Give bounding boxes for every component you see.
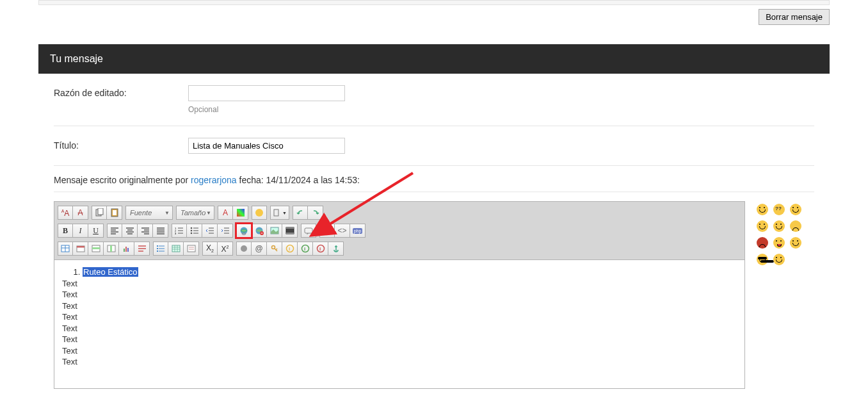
- original-message-info: Mensaje escrito originalmente por rogera…: [54, 166, 814, 192]
- emoji-smile-icon[interactable]: [773, 254, 785, 265]
- emoji-smile-icon[interactable]: [790, 237, 801, 249]
- superscript-button[interactable]: X2: [218, 242, 233, 256]
- info-yellow-icon[interactable]: i: [282, 242, 298, 256]
- svg-rect-29: [125, 247, 127, 252]
- content-line: Text: [62, 289, 737, 300]
- form-button[interactable]: [184, 242, 199, 256]
- bg-color-icon[interactable]: A: [73, 206, 88, 220]
- bold-button[interactable]: B: [58, 224, 73, 238]
- title-input[interactable]: [188, 138, 345, 154]
- key-icon[interactable]: [267, 242, 282, 256]
- emoji-smile-icon[interactable]: [773, 220, 785, 232]
- title-label: Título:: [54, 138, 188, 151]
- copy-button[interactable]: [92, 206, 107, 220]
- svg-rect-20: [305, 228, 312, 233]
- hash-button[interactable]: #: [319, 224, 335, 238]
- svg-rect-31: [157, 245, 158, 247]
- color-swatch-icon[interactable]: [233, 206, 248, 220]
- subscript-button[interactable]: X2: [202, 242, 218, 256]
- rich-text-editor: AA A Fuente Tamaño A: [54, 201, 745, 389]
- emoji-angry-icon[interactable]: [757, 237, 768, 249]
- outdent-button[interactable]: [202, 224, 218, 238]
- insert-row-button[interactable]: [88, 242, 104, 256]
- underline-button[interactable]: U: [88, 224, 104, 238]
- svg-rect-4: [113, 210, 117, 215]
- content-line: Text: [62, 345, 737, 357]
- calendar-button[interactable]: [73, 242, 88, 256]
- table-button[interactable]: [58, 242, 73, 256]
- align-left-button[interactable]: [107, 224, 122, 238]
- list-item: Ruteo Estático: [83, 267, 737, 278]
- svg-rect-32: [157, 248, 158, 249]
- list-icon-button[interactable]: [153, 242, 168, 256]
- code-button[interactable]: <>: [335, 224, 350, 238]
- svg-point-37: [271, 246, 275, 249]
- info-green-icon[interactable]: i: [298, 242, 313, 256]
- insert-col-button[interactable]: [104, 242, 119, 256]
- svg-rect-34: [172, 245, 180, 252]
- emoji-sad-icon[interactable]: [790, 220, 801, 232]
- svg-text:3: 3: [175, 232, 177, 234]
- emoji-question-icon[interactable]: [773, 204, 785, 215]
- insert-video-button[interactable]: [282, 224, 298, 238]
- svg-rect-33: [157, 250, 158, 252]
- align-center-button[interactable]: [122, 224, 138, 238]
- italic-button[interactable]: I: [73, 224, 88, 238]
- font-color-picker-icon[interactable]: A: [218, 206, 233, 220]
- content-line: Text: [62, 334, 737, 345]
- indent-button[interactable]: [218, 224, 233, 238]
- paste-button[interactable]: [107, 206, 122, 220]
- svg-rect-25: [92, 247, 100, 249]
- attachment-button[interactable]: ▼: [270, 206, 289, 220]
- svg-text:i: i: [319, 246, 321, 252]
- edit-reason-helper: Opcional: [188, 105, 814, 114]
- svg-rect-23: [77, 246, 84, 248]
- content-line: Text: [62, 311, 737, 323]
- content-line: Text: [62, 323, 737, 334]
- unordered-list-button[interactable]: [187, 224, 202, 238]
- quote-button[interactable]: [301, 224, 316, 238]
- content-line: Text: [62, 300, 737, 312]
- editor-content-area[interactable]: Ruteo Estático TextTextTextTextTextTextT…: [54, 260, 744, 388]
- svg-rect-5: [274, 209, 278, 216]
- font-select[interactable]: Fuente: [125, 206, 173, 220]
- svg-point-10: [190, 230, 192, 232]
- info-red-icon[interactable]: i: [313, 242, 328, 256]
- redo-button[interactable]: [308, 206, 323, 220]
- svg-rect-28: [124, 249, 125, 252]
- chart-button[interactable]: [119, 242, 134, 256]
- size-select[interactable]: Tamaño: [176, 206, 214, 220]
- undo-button[interactable]: [293, 206, 308, 220]
- emoji-button[interactable]: [252, 206, 267, 220]
- emoji-smile-icon[interactable]: [757, 220, 768, 232]
- svg-rect-2: [98, 208, 103, 215]
- content-line: Text: [62, 278, 737, 290]
- remove-link-button[interactable]: [252, 224, 267, 238]
- anchor-icon[interactable]: [328, 242, 344, 256]
- insert-image-button[interactable]: [267, 224, 282, 238]
- php-button[interactable]: php: [350, 224, 366, 238]
- spreadsheet-button[interactable]: [168, 242, 184, 256]
- svg-text:i: i: [304, 246, 305, 252]
- edit-reason-input[interactable]: [188, 85, 345, 101]
- insert-link-button[interactable]: [236, 224, 252, 238]
- editor-toolbar: AA A Fuente Tamaño A: [54, 202, 744, 260]
- mention-button[interactable]: @: [252, 242, 267, 256]
- emoji-laugh-icon[interactable]: [790, 204, 801, 215]
- svg-point-11: [190, 233, 192, 234]
- edit-reason-label: Razón de editado:: [54, 85, 188, 98]
- svg-rect-19: [286, 233, 294, 234]
- emoji-tongue-icon[interactable]: [773, 237, 785, 249]
- ordered-list-button[interactable]: 123: [172, 224, 187, 238]
- original-author-link[interactable]: rogerarjona: [191, 175, 237, 185]
- emoji-smile-icon[interactable]: [757, 204, 768, 215]
- text-color-icon[interactable]: AA: [58, 206, 73, 220]
- delete-message-button[interactable]: Borrar mensaje: [759, 9, 830, 25]
- svg-point-36: [241, 245, 247, 252]
- globe-icon[interactable]: [236, 242, 252, 256]
- emoji-cool-icon[interactable]: [757, 254, 768, 265]
- align-justify-button[interactable]: [153, 224, 168, 238]
- heading-button[interactable]: [134, 242, 150, 256]
- svg-rect-35: [188, 245, 195, 252]
- align-right-button[interactable]: [138, 224, 153, 238]
